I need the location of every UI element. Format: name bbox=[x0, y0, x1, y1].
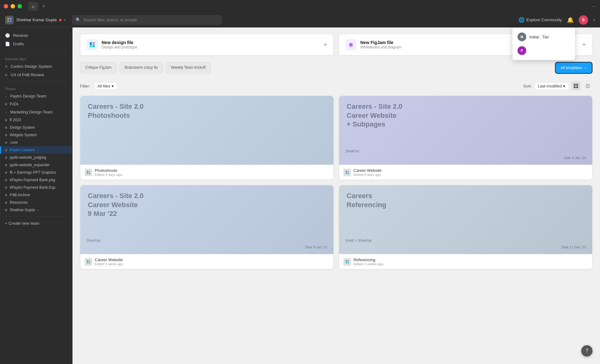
new-design-file-card[interactable]: New design file Design and prototype + bbox=[80, 34, 334, 56]
file-name-4: Referencing bbox=[353, 257, 588, 262]
fxds-dot bbox=[5, 103, 7, 105]
svg-point-8 bbox=[350, 44, 352, 46]
centric-dot bbox=[5, 65, 8, 68]
avatar-chevron-icon[interactable]: ▾ bbox=[593, 18, 595, 22]
svg-rect-6 bbox=[92, 44, 95, 47]
sidebar-divider-2 bbox=[5, 82, 67, 82]
template-brainstorm[interactable]: Brainstorm crazy 8s bbox=[119, 62, 163, 74]
sidebar-item-centric[interactable]: Centric Design System bbox=[0, 62, 72, 71]
file-card-photoshoots[interactable]: Careers - Site 2.0Photoshoots Photoshoot… bbox=[80, 96, 334, 180]
search-icon: 🔍 bbox=[76, 17, 81, 22]
app-body: 🕐 Recents 📄 Drafts Favorite files Centri… bbox=[0, 27, 600, 364]
minimize-button[interactable] bbox=[11, 4, 15, 8]
titlebar: ⌂ + ··· bbox=[0, 0, 600, 12]
sidebar-item-design-system[interactable]: Design System bbox=[0, 124, 72, 131]
new-design-title: New design file bbox=[102, 40, 320, 45]
user-dropdown[interactable]: M Initial · Tier P bbox=[512, 27, 575, 60]
brand-name: Shekhar Kumar Gupta bbox=[16, 17, 57, 22]
files-grid: Careers - Site 2.0Photoshoots Photoshoot… bbox=[80, 96, 592, 269]
sidebar-item-ux-review[interactable]: UX of P4B Review bbox=[0, 71, 72, 79]
sort-value: Last modified bbox=[538, 84, 562, 88]
sidebar-item-payment-bank-png[interactable]: #Paytm Payment Bank.png bbox=[0, 176, 72, 184]
sidebar-item-ff2023[interactable]: ff 2023 bbox=[0, 116, 72, 124]
file-info-1: Photoshoots Edited 3 days ago bbox=[95, 168, 329, 177]
figjam-icon bbox=[345, 39, 357, 50]
sidebar-item-com[interactable]: .com bbox=[0, 139, 72, 146]
new-figjam-plus-icon[interactable]: + bbox=[582, 41, 586, 48]
template-kickoff[interactable]: Weekly Team Kickoff bbox=[166, 62, 211, 74]
sidebar-item-drafts[interactable]: 📄 Drafts bbox=[0, 40, 72, 48]
payment-bank-png-dot bbox=[5, 179, 7, 181]
view-list-button[interactable] bbox=[583, 81, 592, 91]
brand-icon bbox=[5, 16, 14, 24]
explore-community-button[interactable]: 🌐 Explore Community bbox=[518, 17, 562, 23]
dropdown-user-p[interactable]: P bbox=[512, 44, 575, 57]
sidebar-item-shekhar-gupta[interactable]: Shekhar Gupta ··· bbox=[0, 206, 72, 214]
teams-header: Teams bbox=[0, 84, 72, 92]
notifications-bell-icon[interactable]: 🔔 bbox=[567, 17, 574, 23]
sort-dropdown[interactable]: Last modified ▾ bbox=[534, 82, 569, 90]
search-bar[interactable]: 🔍 bbox=[72, 15, 222, 25]
sidebar-item-earnings[interactable]: f6 + Earnings PPT Graphics bbox=[0, 169, 72, 176]
sidebar-item-create-team[interactable]: + Create new team bbox=[0, 219, 72, 227]
sidebar-item-recents[interactable]: 🕐 Recents bbox=[0, 31, 72, 40]
ff2023-label: ff 2023 bbox=[10, 118, 21, 122]
svg-rect-18 bbox=[89, 172, 90, 174]
file-name-1: Photoshoots bbox=[95, 168, 329, 173]
sidebar-item-resources[interactable]: Resources bbox=[0, 199, 72, 206]
new-tab-button[interactable]: + bbox=[39, 2, 48, 11]
payment-bank-exp-label: #Paytm Payment Bank.Exp bbox=[10, 185, 55, 190]
sidebar-item-paytm-careers[interactable]: Paytm Careers bbox=[0, 146, 72, 154]
svg-rect-5 bbox=[92, 42, 95, 44]
svg-rect-10 bbox=[576, 84, 578, 86]
file-meta-3: Edited 1 week ago bbox=[95, 262, 329, 266]
sidebar-item-marketing[interactable]: − Marketing Design Team bbox=[0, 108, 72, 116]
globe-icon: 🌐 bbox=[518, 17, 525, 23]
svg-rect-28 bbox=[346, 260, 347, 262]
payment-bank-exp-dot bbox=[5, 187, 7, 189]
careers-label: Paytm Careers bbox=[10, 148, 35, 152]
sidebar-item-fxds[interactable]: FxDs bbox=[0, 100, 72, 108]
sidebar-item-pp4b-judging[interactable]: pp4b-website_judging bbox=[0, 154, 72, 161]
help-button[interactable]: ? bbox=[581, 345, 592, 357]
filter-bar: Filter: All files ▾ Sort: Last modified … bbox=[80, 81, 592, 91]
filter-dropdown[interactable]: All files ▾ bbox=[94, 82, 117, 90]
svg-rect-22 bbox=[348, 172, 349, 174]
svg-rect-16 bbox=[87, 171, 88, 172]
sidebar-item-pp4b-expander[interactable]: pp4b-website_expander bbox=[0, 161, 72, 169]
sidebar-item-payment-bank-exp[interactable]: #Paytm Payment Bank.Exp bbox=[0, 184, 72, 191]
close-button[interactable] bbox=[4, 4, 8, 8]
user-avatar[interactable]: S bbox=[579, 15, 588, 25]
home-tab[interactable]: ⌂ bbox=[28, 2, 38, 11]
all-templates-button[interactable]: All templates → bbox=[555, 62, 592, 74]
file-date-4: Date 11 Dec '23 bbox=[561, 245, 586, 249]
svg-rect-12 bbox=[576, 86, 578, 88]
file-author-2: Shekhar bbox=[345, 149, 359, 153]
paytm-design-label: Paytm Design Team bbox=[10, 94, 46, 98]
sidebar-item-widgets[interactable]: Widgets System bbox=[0, 131, 72, 139]
file-card-referencing[interactable]: CareersReferencing Ankit + Shekhar Date … bbox=[339, 185, 592, 269]
brand-area[interactable]: Shekhar Kumar Gupta ▾ bbox=[5, 16, 66, 24]
svg-rect-13 bbox=[586, 84, 590, 85]
svg-rect-19 bbox=[87, 173, 88, 174]
svg-rect-20 bbox=[346, 171, 347, 172]
svg-rect-30 bbox=[348, 262, 349, 263]
sidebar-item-p4b-archive[interactable]: P4B Archive bbox=[0, 191, 72, 199]
pp4b-expander-label: pp4b-website_expander bbox=[10, 163, 50, 167]
file-icon-3 bbox=[85, 258, 92, 266]
file-meta-4: Edited 2 weeks ago bbox=[353, 262, 588, 266]
template-critique[interactable]: Critique FigJam bbox=[80, 62, 117, 74]
search-input[interactable] bbox=[83, 17, 218, 22]
earnings-label: f6 + Earnings PPT Graphics bbox=[10, 170, 56, 175]
file-card-career-website[interactable]: Careers - Site 2.0Career Website+ Subpag… bbox=[339, 96, 592, 180]
dropdown-user-m-label: Initial · Tier bbox=[529, 35, 549, 39]
maximize-button[interactable] bbox=[18, 4, 22, 8]
file-card-career-website-2[interactable]: Careers - Site 2.0Career Website9 Mar '2… bbox=[80, 185, 334, 269]
dropdown-user-m[interactable]: M Initial · Tier bbox=[512, 30, 575, 44]
svg-rect-17 bbox=[89, 171, 90, 172]
more-options-icon[interactable]: ··· bbox=[592, 3, 596, 10]
filter-label: Filter: bbox=[80, 84, 90, 88]
view-grid-button[interactable] bbox=[571, 81, 581, 91]
sidebar-item-paytm-design[interactable]: − Paytm Design Team bbox=[0, 92, 72, 100]
new-design-plus-icon[interactable]: + bbox=[323, 41, 327, 48]
